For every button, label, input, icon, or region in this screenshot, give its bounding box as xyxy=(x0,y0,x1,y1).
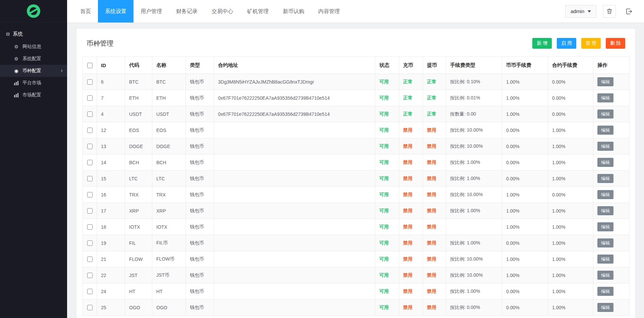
edit-button[interactable]: 编辑 xyxy=(597,77,613,86)
nav-tab-4[interactable]: 交易中心 xyxy=(205,0,240,22)
table-row: 13DOGEDOGE钱包币可用禁用禁用按比例: 10.00%0.00%1.00%… xyxy=(83,138,630,154)
row-checkbox[interactable] xyxy=(87,79,93,85)
cell-fee-type xyxy=(446,219,502,235)
sidebar-item-2[interactable]: ◉币种配置› xyxy=(0,65,67,77)
sidebar-item-label: 网站信息 xyxy=(22,44,41,50)
sidebar-item-0[interactable]: ⚙网站信息 xyxy=(0,41,67,53)
cell-withdraw: 禁用 xyxy=(423,138,446,154)
trash-button[interactable] xyxy=(603,5,616,18)
cell-contract: 3Dg3M8N5iHYZAJvJMZhB8acGG8nxTJDmgr xyxy=(214,74,375,90)
row-checkbox[interactable] xyxy=(87,176,93,181)
edit-button[interactable]: 编辑 xyxy=(597,206,613,215)
table-row: 6BTCBTC钱包币3Dg3M8N5iHYZAJvJMZhB8acGG8nxTJ… xyxy=(83,74,630,90)
cell-type: 钱包币 xyxy=(186,122,214,138)
nav-tab-5[interactable]: 矿机管理 xyxy=(240,0,276,22)
row-checkbox[interactable] xyxy=(87,144,93,149)
cell-contract xyxy=(214,171,375,187)
delete-button[interactable]: 删 除 xyxy=(606,38,625,49)
row-checkbox[interactable] xyxy=(87,289,93,294)
cell-withdraw: 正常 xyxy=(423,106,446,122)
nav-tab-3[interactable]: 财务记录 xyxy=(169,0,205,22)
col-header: 手续费类型 xyxy=(446,57,502,74)
row-checkbox[interactable] xyxy=(87,128,93,133)
row-checkbox[interactable] xyxy=(87,160,93,165)
row-checkbox[interactable] xyxy=(87,257,93,262)
edit-button[interactable]: 编辑 xyxy=(597,93,613,102)
col-header: ID xyxy=(97,57,125,74)
row-checkbox[interactable] xyxy=(87,273,93,278)
edit-button[interactable]: 编辑 xyxy=(597,238,613,247)
row-checkbox[interactable] xyxy=(87,305,93,310)
cell-status: 可用 xyxy=(375,267,399,283)
cell-type: 钱包币 xyxy=(186,251,214,267)
cell-status: 可用 xyxy=(375,154,399,171)
table-row: 16TRXTRX钱包币可用禁用禁用按比例: 10.00%1.00%0.00%编辑 xyxy=(83,187,630,203)
row-checkbox[interactable] xyxy=(87,95,93,101)
logout-button[interactable] xyxy=(623,5,635,18)
row-checkbox[interactable] xyxy=(87,240,93,246)
cell-contract-fee: 0.00% xyxy=(548,106,593,122)
table-row: 24HTHT钱包币可用禁用禁用按比例: 1.00%0.00%1.00%编辑 xyxy=(83,283,630,300)
cell-contract xyxy=(214,235,375,251)
cell-contract xyxy=(214,251,375,267)
nav-tab-6[interactable]: 新币认购 xyxy=(276,0,311,22)
cell-withdraw: 禁用 xyxy=(423,203,446,219)
main-content: 币种管理 新 增启 用禁 用删 除 ID代码名称类型合约地址状态充币提币手续费类… xyxy=(67,22,644,318)
edit-button[interactable]: 编辑 xyxy=(597,287,613,296)
row-checkbox[interactable] xyxy=(87,224,93,230)
cell-contract xyxy=(214,187,375,203)
sidebar-item-1[interactable]: ⚙系统配置 xyxy=(0,53,67,65)
cell-status: 可用 xyxy=(375,203,399,219)
cell-id: 24 xyxy=(97,283,125,300)
sidebar-section-system[interactable]: ⊟ 系统 xyxy=(0,27,67,41)
cell-status: 可用 xyxy=(375,187,399,203)
cell-id: 15 xyxy=(97,171,125,187)
edit-button[interactable]: 编辑 xyxy=(597,142,613,151)
cell-id: 4 xyxy=(97,106,125,122)
cell-contract-fee: 1.00% xyxy=(548,203,593,219)
select-all-checkbox[interactable] xyxy=(87,63,93,68)
cell-contract-fee: 1.00% xyxy=(548,122,593,138)
disable-button[interactable]: 禁 用 xyxy=(581,38,601,49)
cell-contract: 0x67F701e76222250EA7aA935356d2739B4710e5… xyxy=(214,106,375,122)
card-actions: 新 增启 用禁 用删 除 xyxy=(532,38,625,49)
add-button[interactable]: 新 增 xyxy=(532,38,552,49)
table-row: 25OGOOGO钱包币可用禁用禁用按比例: 0.00%0.00%1.00%编辑 xyxy=(83,300,630,316)
cell-withdraw: 禁用 xyxy=(423,122,446,138)
target-icon: ◉ xyxy=(13,68,19,74)
edit-button[interactable]: 编辑 xyxy=(597,109,613,119)
sidebar-item-3[interactable]: 平台市场 xyxy=(0,77,67,89)
user-menu[interactable]: admin xyxy=(565,5,596,18)
cell-contract-fee: 1.00% xyxy=(548,300,593,316)
nav-tab-7[interactable]: 内容管理 xyxy=(311,0,347,22)
cell-deposit: 禁用 xyxy=(399,187,423,203)
cell-code: XRP xyxy=(125,203,152,219)
nav-tab-1[interactable]: 系统设置 xyxy=(98,0,133,22)
cell-id: 7 xyxy=(97,90,125,106)
cell-type: 钱包币 xyxy=(186,187,214,203)
nav-tab-0[interactable]: 首页 xyxy=(73,0,98,22)
cell-contract xyxy=(214,283,375,300)
edit-button[interactable]: 编辑 xyxy=(597,271,613,280)
edit-button[interactable]: 编辑 xyxy=(597,190,613,199)
edit-button[interactable]: 编辑 xyxy=(597,174,613,183)
cell-type: 钱包币 xyxy=(186,106,214,122)
cell-contract-fee: 0.00% xyxy=(548,187,593,203)
row-checkbox[interactable] xyxy=(87,192,93,197)
cell-contract-fee: 1.00% xyxy=(548,219,593,235)
edit-button[interactable]: 编辑 xyxy=(597,126,613,135)
nav-tab-2[interactable]: 用户管理 xyxy=(133,0,169,22)
cell-coin-fee: 1.00% xyxy=(502,106,548,122)
edit-button[interactable]: 编辑 xyxy=(597,255,613,264)
sidebar-section-label: 系统 xyxy=(13,31,23,37)
row-checkbox[interactable] xyxy=(87,111,93,117)
edit-button[interactable]: 编辑 xyxy=(597,158,613,167)
cell-type: 钱包币 xyxy=(186,74,214,90)
cell-name: JST币 xyxy=(152,267,186,283)
enable-button[interactable]: 启 用 xyxy=(557,38,576,49)
edit-button[interactable]: 编辑 xyxy=(597,222,613,231)
edit-button[interactable]: 编辑 xyxy=(597,303,613,312)
row-checkbox[interactable] xyxy=(87,208,93,214)
cell-status: 可用 xyxy=(375,90,399,106)
sidebar-item-4[interactable]: 市场配置 xyxy=(0,89,67,101)
